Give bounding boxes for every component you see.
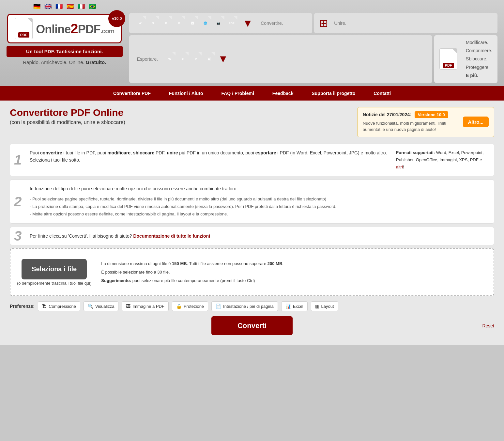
- formati-box: Formati supportati: Word, Excel, Powerpo…: [396, 149, 487, 171]
- nav-faq[interactable]: FAQ / Problemi: [212, 86, 263, 101]
- upload-area: Seleziona i file (o semplicemente trasci…: [10, 248, 494, 296]
- step-3-box: 3 Per finire clicca su 'Converti'. Hai b…: [10, 227, 494, 245]
- pref-intestazione-label: Intestazione / piè di pagina: [223, 304, 274, 309]
- news-box: Notizie del 27/01/2024: Versione 10.0 Nu…: [357, 107, 494, 137]
- pref-excel[interactable]: 📊 Excel: [281, 301, 308, 311]
- export-word-icon: W: [164, 52, 176, 66]
- immagine-icon: 🖼: [126, 304, 130, 309]
- nav-convertitore[interactable]: Convertitore PDF: [104, 86, 160, 101]
- word-icon: W: [134, 16, 146, 30]
- main-content: Convertitore PDF Online (con la possibil…: [0, 101, 504, 345]
- nav-feedback[interactable]: Feedback: [263, 86, 303, 101]
- merge-icon: ⊞: [319, 17, 328, 29]
- web-icon: 🌐: [200, 16, 211, 30]
- logo-com: .com: [100, 27, 115, 35]
- logo-2: 2: [70, 21, 78, 36]
- step-2-text: In funzione del tipo di file puoi selezi…: [30, 185, 487, 218]
- subtitle-bold: Gratuito.: [86, 59, 106, 65]
- export-icons: W X P 🖼: [164, 52, 215, 66]
- edit-pdf-icon: PDF: [439, 48, 457, 70]
- export-label: Esportare.: [134, 56, 161, 62]
- compressione-icon: 🗜: [42, 304, 47, 309]
- pref-layout[interactable]: ▦ Layout: [311, 301, 338, 311]
- flag-german[interactable]: 🇩🇪: [32, 3, 41, 10]
- step-3-intro: Per finire clicca su 'Converti'. Hai bis…: [30, 233, 132, 239]
- pdf-convert-icon: PDF: [226, 16, 237, 30]
- flag-brazilian[interactable]: 🇧🇷: [88, 3, 97, 10]
- flag-italian[interactable]: 🇮🇹: [77, 3, 86, 10]
- photo-icon: 📷: [213, 16, 224, 30]
- convert-label: Convertire.: [258, 21, 285, 26]
- pref-intestazione[interactable]: 📄 Intestazione / piè di pagina: [211, 301, 278, 311]
- step-2-bullet-2: - La protezione dalla stampa, copia e mo…: [30, 203, 487, 210]
- step-1-box: 1 Puoi convertire i tuoi file in PDF, pu…: [10, 144, 494, 176]
- convert-row: Converti Reset: [10, 316, 494, 335]
- edit-label-compress: Comprimere.: [466, 47, 492, 55]
- subtitle: Rapido. Amichevole. Online. Gratuito.: [23, 59, 106, 65]
- edit-label-modify: Modificare.: [466, 39, 492, 47]
- protezione-icon: 🔒: [176, 304, 182, 309]
- convert-feature-box: W X P P 🖼 🌐 📷 PDF ▼ Convertire.: [129, 13, 313, 33]
- version-badge: v10.0: [108, 10, 125, 27]
- excel-pref-icon: 📊: [285, 304, 291, 309]
- pref-immagine-label: Immagine a PDF: [132, 304, 164, 309]
- docs-link[interactable]: Documentazione di tutte le funzioni: [133, 233, 210, 239]
- arrow-down-icon: ▼: [241, 17, 255, 29]
- select-files-button[interactable]: Seleziona i file: [22, 259, 87, 279]
- logo-pdf-word: PDF: [78, 23, 100, 36]
- visualizza-icon: 🔍: [88, 304, 93, 309]
- step-2-bullet-1: - Puoi selezionare pagine specifiche, ru…: [30, 195, 487, 203]
- news-version: Versione 10.0: [415, 111, 448, 118]
- pref-immagine[interactable]: 🖼 Immagine a PDF: [122, 301, 169, 311]
- nav-contatti[interactable]: Contatti: [364, 86, 400, 101]
- edit-labels: Modificare. Comprimere. Sbloccare. Prote…: [466, 39, 492, 80]
- pref-compressione-label: Compressione: [49, 304, 76, 309]
- step-3-text: Per finire clicca su 'Converti'. Hai bis…: [30, 232, 487, 240]
- ppt-icon: P: [160, 16, 172, 30]
- flag-french[interactable]: 🇫🇷: [54, 3, 64, 10]
- logo-box: v10.0 PDF Online2PDF.com: [7, 14, 122, 43]
- export-feature-box: Esportare. W X P 🖼 ▼: [129, 35, 433, 83]
- step-3-number: 3: [14, 229, 22, 243]
- convert-icons: W X P P 🖼 🌐 📷 PDF: [134, 16, 237, 30]
- logo-online: Online: [36, 23, 70, 36]
- step-2-bullets: - Puoi selezionare pagine specifiche, ru…: [30, 195, 487, 218]
- upload-info: La dimensione massima di ogni file è 150…: [101, 260, 283, 285]
- logo-pdf-label: PDF: [18, 32, 29, 38]
- hero-subtitle: (con la possibilità di modificare, unire…: [10, 119, 351, 125]
- pub-icon: P: [174, 16, 185, 30]
- step-1-text: Puoi convertire i tuoi file in PDF, puoi…: [30, 149, 389, 164]
- altri-link[interactable]: altri: [396, 165, 403, 169]
- export-arrow-icon: ▼: [218, 53, 228, 65]
- pref-excel-label: Excel: [293, 304, 303, 309]
- altro-button[interactable]: Altro...: [463, 117, 489, 127]
- edit-label-protect: Proteggere.: [466, 63, 492, 71]
- upload-info-line2: È possibile selezionare fino a 30 file.: [101, 268, 283, 276]
- pref-layout-label: Layout: [321, 304, 334, 309]
- step-2-box: 2 In funzione del tipo di file puoi sele…: [10, 180, 494, 224]
- news-text: Nuove funzionalità, molti miglioramenti,…: [363, 120, 460, 133]
- pref-compressione[interactable]: 🗜 Compressione: [38, 301, 80, 311]
- upload-info-line1: La dimensione massima di ogni file è 150…: [101, 260, 283, 268]
- step-2-intro: In funzione del tipo di file puoi selezi…: [30, 185, 487, 192]
- pref-visualizza-label: Visualizza: [95, 304, 114, 309]
- img-icon: 🖼: [187, 16, 198, 30]
- main-nav: Convertitore PDF Funzioni / Aiuto FAQ / …: [0, 86, 504, 101]
- news-date: Notizie del 27/01/2024:: [363, 112, 411, 117]
- reset-link[interactable]: Reset: [482, 323, 494, 328]
- drag-hint: (o semplicemente trascina i tuoi file qu…: [17, 281, 91, 286]
- nav-funzioni[interactable]: Funzioni / Aiuto: [160, 86, 212, 101]
- edit-label-unlock: Sbloccare.: [466, 55, 492, 63]
- edit-label-more: E più.: [466, 71, 492, 80]
- intestazione-icon: 📄: [216, 304, 221, 309]
- nav-supporta[interactable]: Supporta il progetto: [302, 86, 364, 101]
- convert-button[interactable]: Converti: [211, 316, 293, 335]
- flag-spanish[interactable]: 🇪🇸: [66, 3, 75, 10]
- export-excel-icon: X: [177, 52, 189, 66]
- step-2-bullet-3: - Molte altre opzioni possono essere def…: [30, 210, 487, 218]
- prefs-label: Preferenze:: [10, 304, 35, 309]
- pref-protezione[interactable]: 🔒 Protezione: [172, 301, 208, 311]
- logo-text: Online2PDF.com: [36, 21, 114, 37]
- pref-visualizza[interactable]: 🔍 Visualizza: [84, 301, 118, 311]
- flag-english[interactable]: 🇬🇧: [43, 3, 53, 10]
